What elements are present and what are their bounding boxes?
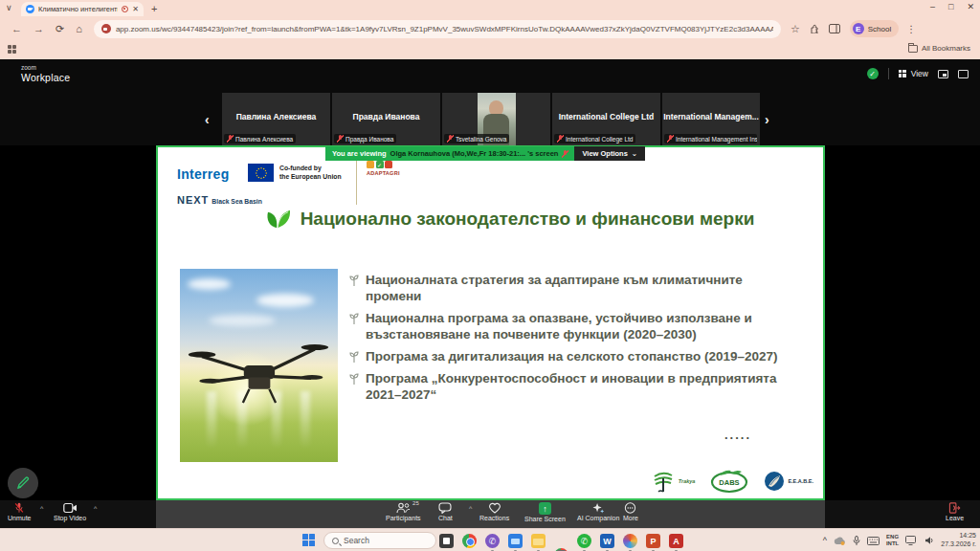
more-button[interactable]: More (623, 502, 638, 521)
tab-close-icon[interactable]: ✕ (132, 5, 139, 13)
zoom-workplace-logo: zoom Workplace (21, 65, 70, 82)
participant-tile-video[interactable]: Tsvetalina Genova (442, 93, 550, 145)
window-close-button[interactable]: ✕ (967, 2, 974, 11)
participants-button[interactable]: 25 Participants (386, 502, 421, 521)
black-sea-basin-label: Black Sea Basin (212, 198, 262, 205)
chat-options-caret[interactable]: ^ (469, 505, 472, 512)
strip-next-icon[interactable]: › (765, 112, 769, 127)
minimize-window-icon[interactable] (938, 70, 948, 78)
participant-tile[interactable]: International Managem... International M… (662, 93, 760, 145)
language-indicator[interactable]: ENG INTL (886, 534, 899, 547)
reactions-button[interactable]: Reactions (479, 502, 509, 521)
zoom-header-actions: ✓ View (867, 68, 969, 79)
tab-search-icon[interactable]: ∨ (6, 3, 12, 12)
bullet-item: Програма „Конкурентоспособност и иноваци… (349, 370, 782, 403)
adaptagri-square3-icon (385, 161, 392, 168)
apps-grid-icon[interactable] (8, 45, 17, 55)
network-icon[interactable] (905, 536, 918, 545)
start-button[interactable] (302, 534, 316, 547)
new-tab-button[interactable]: + (151, 3, 157, 14)
browser-tab[interactable]: Климатично интелигентн ✕ (21, 2, 144, 16)
side-panel-icon[interactable] (829, 24, 840, 33)
participant-tile[interactable]: Павлина Алексиева Павлина Алексиева (222, 93, 330, 145)
bullet-item: Националната стратегия за адаптиране към… (349, 272, 782, 304)
reload-icon[interactable]: ⟳ (56, 23, 64, 35)
browser-profile-button[interactable]: E School (850, 20, 899, 37)
folder-icon (908, 45, 918, 53)
fullscreen-icon[interactable] (958, 70, 969, 78)
screen: ∨ Климатично интелигентн ✕ + – □ ✕ ← → ⟳… (0, 0, 980, 551)
more-icon (624, 502, 636, 514)
mic-options-caret[interactable]: ^ (40, 505, 43, 512)
back-icon[interactable]: ← (11, 23, 22, 34)
forward-icon[interactable]: → (33, 23, 44, 34)
participant-name: Павлина Алексиева (222, 112, 330, 121)
onedrive-icon[interactable] (834, 537, 846, 545)
taskbar-clock[interactable]: 14:25 27.3.2026 г. (941, 532, 976, 549)
unmute-button[interactable]: Unmute ^ (8, 502, 32, 521)
shared-screen-stage: Interreg Co-funded by the European Union… (0, 145, 980, 500)
address-bar[interactable]: app.zoom.us/wc/93447485423/join?ref_from… (94, 20, 781, 38)
viber-icon[interactable]: ✆ (485, 534, 500, 548)
sprout-icon (349, 373, 359, 386)
muted-mic-icon (227, 135, 233, 143)
pencil-icon (15, 475, 31, 491)
zoom-toolbar-center: 25 Participants Chat ^ Reactio (156, 500, 825, 528)
chrome-icon[interactable] (462, 534, 477, 548)
acrobat-icon[interactable]: A (669, 534, 683, 548)
window-maximize-button[interactable]: □ (948, 2, 953, 11)
photos-icon[interactable] (623, 534, 637, 548)
viewing-banner: You are viewing Olga Kornauhova (Mo,We,F… (325, 146, 645, 161)
task-view-icon[interactable] (439, 534, 454, 548)
eu-funding-text: Co-funded by the European Union (279, 165, 342, 182)
view-button[interactable]: View (899, 69, 928, 78)
chat-button[interactable]: Chat ^ (438, 502, 453, 521)
site-favicon-icon (101, 24, 111, 33)
slide-title: Национално законодателство и финансови м… (301, 209, 755, 230)
strip-prev-icon[interactable]: ‹ (205, 112, 210, 127)
participant-tile[interactable]: Правда Иванова Правда Иванова (332, 93, 440, 145)
powerpoint-icon[interactable]: P (646, 534, 660, 548)
share-screen-icon: ↑ (539, 502, 551, 515)
drone-field-photo (180, 269, 338, 462)
home-icon[interactable]: ⌂ (76, 23, 82, 34)
ellipsis-text: ..... (724, 428, 751, 442)
browser-menu-icon[interactable]: ⋮ (906, 24, 916, 34)
video-options-caret[interactable]: ^ (94, 505, 97, 512)
search-icon (332, 538, 339, 544)
bookmark-star-icon[interactable]: ☆ (791, 23, 800, 35)
participant-name: International Managem... (662, 112, 760, 121)
view-options-button[interactable]: View Options ⌄ (574, 146, 645, 161)
eeabe-globe-icon (764, 471, 785, 492)
adaptagri-label: ADAPTAGRI (367, 170, 405, 176)
display-app-icon[interactable] (508, 534, 523, 548)
window-minimize-button[interactable]: – (930, 2, 935, 11)
share-screen-button[interactable]: ↑ Share Screen (524, 502, 566, 522)
time-text: 14:25 (959, 532, 976, 539)
tray-expand-icon[interactable]: ^ (823, 536, 827, 545)
extensions-icon[interactable] (810, 24, 819, 33)
participant-strip: ‹ › Павлина Алексиева Павлина Алексиева … (0, 93, 980, 147)
all-bookmarks-button[interactable]: All Bookmarks (908, 44, 970, 53)
whatsapp-icon[interactable]: ✆ (577, 534, 591, 548)
participant-tile[interactable]: International College Ltd International … (552, 93, 660, 145)
tray-mic-icon[interactable] (853, 536, 860, 546)
security-shield-icon[interactable]: ✓ (867, 68, 879, 79)
sprout-icon (349, 351, 359, 364)
stop-video-button[interactable]: Stop Video ^ (54, 502, 86, 521)
volume-icon[interactable] (924, 536, 934, 545)
participant-chip: Павлина Алексиева (224, 134, 296, 143)
browser-toolbar: ← → ⟳ ⌂ app.zoom.us/wc/93447485423/join?… (0, 16, 980, 41)
annotate-button[interactable] (8, 468, 38, 498)
taskbar-search[interactable]: Search (323, 532, 436, 549)
windows-taskbar: Search ✆ ✆ W P A ^ ENG INTL (0, 528, 980, 551)
header-divider (356, 157, 357, 205)
touch-keyboard-icon[interactable] (867, 537, 880, 545)
leave-button[interactable]: Leave (946, 502, 964, 521)
presentation-slide: Interreg Co-funded by the European Union… (156, 145, 825, 500)
participant-chip: International Management Insti... (664, 134, 757, 143)
file-explorer-icon[interactable] (531, 534, 546, 548)
zoom-favicon-icon (26, 5, 34, 13)
word-icon[interactable]: W (600, 534, 614, 548)
ai-companion-button[interactable]: AI Companion (577, 502, 619, 521)
